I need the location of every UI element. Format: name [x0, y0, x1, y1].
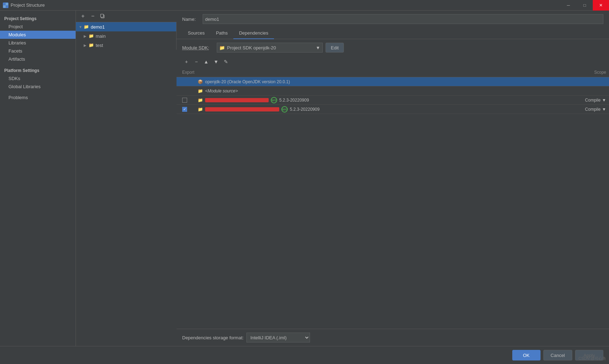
- sdk-dropdown-arrow: ▼: [316, 45, 320, 50]
- sidebar-item-sdks[interactable]: SDKs: [0, 74, 76, 83]
- sdk-value: Project SDK openjdk-20: [227, 45, 276, 50]
- sdk-select-inner: 📁 Project SDK openjdk-20: [219, 45, 316, 50]
- svg-rect-3: [6, 5, 8, 8]
- dep-table: Export Scope 📦 openjdk-20 (Oracle OpenJD…: [177, 67, 609, 329]
- sdk-label: Module SDK:: [182, 45, 214, 50]
- dep-scope-3: Compile: [585, 98, 601, 103]
- add-module-button[interactable]: +: [79, 12, 87, 20]
- storage-row: Dependencies storage format: IntelliJ ID…: [177, 329, 609, 346]
- app-icon: [3, 2, 8, 8]
- dep-row-lib-poi-src[interactable]: ✓ 📁 src 5.2.3-20220909 Compile ▼: [177, 105, 609, 114]
- src-badge-3: src: [271, 97, 277, 103]
- sidebar-item-modules[interactable]: Modules: [0, 31, 76, 39]
- scope-dropdown-3[interactable]: ▼: [602, 98, 606, 103]
- dep-name-col-3: 📁 src 5.2.3-20220909: [198, 97, 567, 103]
- main-container: Project Settings Project Modules Librari…: [0, 11, 609, 364]
- tree-item-main[interactable]: ▶ 📁 main: [76, 31, 176, 41]
- dep-name-col-1: 📦 openjdk-20 (Oracle OpenJDK version 20.…: [198, 79, 567, 84]
- copy-module-button[interactable]: [98, 12, 107, 20]
- sdk-select[interactable]: 📁 Project SDK openjdk-20 ▼: [217, 43, 323, 53]
- dep-checkbox-3[interactable]: [182, 98, 187, 103]
- minimize-button[interactable]: ─: [560, 0, 577, 11]
- tab-sources[interactable]: Sources: [182, 28, 210, 39]
- dep-name-2: <Module source>: [205, 89, 238, 93]
- title-bar-controls: ─ □ ✕: [560, 0, 609, 11]
- folder-icon-demo1: 📁: [84, 24, 89, 29]
- tree-label-demo1: demo1: [91, 24, 105, 30]
- sidebar: Project Settings Project Modules Librari…: [0, 11, 76, 346]
- ok-button[interactable]: OK: [512, 350, 541, 360]
- svg-rect-5: [101, 14, 103, 17]
- dep-row-module-source[interactable]: 📁 <Module source>: [177, 86, 609, 96]
- dep-remove-button[interactable]: −: [192, 57, 201, 66]
- scope-dropdown-4[interactable]: ▼: [602, 107, 606, 112]
- tab-paths[interactable]: Paths: [210, 28, 233, 39]
- sidebar-global-libraries-label: Global Libraries: [8, 84, 41, 89]
- sidebar-divider: [0, 63, 76, 66]
- dep-export-col-4[interactable]: ✓: [177, 107, 198, 112]
- sidebar-facets-label: Facets: [8, 48, 22, 54]
- expand-arrow-main: ▶: [84, 34, 89, 38]
- dep-edit-button[interactable]: ✎: [222, 57, 230, 66]
- cancel-button[interactable]: Cancel: [543, 350, 572, 360]
- module-tree-toolbar: + −: [76, 11, 177, 22]
- folder-icon-main: 📁: [89, 34, 94, 38]
- tab-sources-label: Sources: [188, 30, 205, 36]
- dep-redacted-4: [205, 107, 279, 111]
- tree-item-test[interactable]: ▶ 📁 test: [76, 41, 176, 50]
- jar-icon-3: 📁: [198, 98, 203, 103]
- dep-export-col-3[interactable]: [177, 98, 198, 103]
- tab-dependencies[interactable]: Dependencies: [233, 28, 274, 39]
- dep-checkbox-4[interactable]: ✓: [182, 107, 187, 112]
- sdk-row: Module SDK: 📁 Project SDK openjdk-20 ▼ E…: [177, 39, 609, 56]
- tree-label-test: test: [96, 43, 103, 48]
- watermark: CSDN @可心鱼: [579, 356, 606, 361]
- storage-select[interactable]: IntelliJ IDEA (.iml) Eclipse (.classpath…: [246, 333, 310, 342]
- jar-icon-4: 📁: [198, 107, 203, 112]
- name-input[interactable]: [203, 14, 603, 24]
- sidebar-artifacts-label: Artifacts: [8, 56, 25, 62]
- dep-move-down-button[interactable]: ▼: [212, 57, 220, 66]
- module-source-icon: 📁: [198, 89, 203, 93]
- sidebar-item-libraries[interactable]: Libraries: [0, 39, 76, 47]
- dep-header-export: Export: [177, 70, 198, 75]
- tree-item-demo1[interactable]: ▼ 📁 demo1: [76, 22, 176, 31]
- close-button[interactable]: ✕: [593, 0, 609, 11]
- dep-scope-col-4: Compile ▼: [567, 107, 609, 112]
- dep-name-col-2: 📁 <Module source>: [198, 89, 567, 93]
- dep-table-header: Export Scope: [177, 67, 609, 77]
- maximize-button[interactable]: □: [577, 0, 593, 11]
- dep-name-suffix-3: src: [271, 97, 277, 103]
- sdk-edit-button[interactable]: Edit: [326, 43, 344, 53]
- sidebar-divider-2: [0, 91, 76, 93]
- sidebar-sdks-label: SDKs: [8, 76, 20, 81]
- expand-arrow-test: ▶: [84, 43, 89, 47]
- sidebar-item-problems[interactable]: Problems: [0, 93, 76, 102]
- dep-toolbar: + − ▲ ▼ ✎: [177, 56, 609, 67]
- dep-add-button[interactable]: +: [182, 57, 191, 66]
- remove-module-button[interactable]: −: [89, 12, 97, 20]
- sidebar-item-global-libraries[interactable]: Global Libraries: [0, 83, 76, 91]
- dep-move-up-button[interactable]: ▲: [202, 57, 210, 66]
- dialog-footer: OK Cancel Apply: [0, 346, 609, 364]
- sidebar-item-facets[interactable]: Facets: [0, 47, 76, 55]
- sidebar-item-artifacts[interactable]: Artifacts: [0, 55, 76, 63]
- module-tree-section: + − ▼ 📁 demo1 ▶: [76, 11, 177, 346]
- sdk-folder-icon: 📁: [219, 45, 225, 50]
- dep-header-scope: Scope: [567, 70, 609, 75]
- module-tree: ▼ 📁 demo1 ▶ 📁 main ▶ 📁 test: [76, 22, 177, 50]
- sidebar-problems-label: Problems: [8, 95, 28, 100]
- sidebar-item-project[interactable]: Project: [0, 23, 76, 31]
- svg-rect-0: [3, 3, 6, 5]
- svg-rect-2: [3, 5, 6, 8]
- dep-row-openjdk[interactable]: 📦 openjdk-20 (Oracle OpenJDK version 20.…: [177, 77, 609, 86]
- sidebar-project-label: Project: [8, 24, 23, 29]
- src-badge-4: src: [281, 106, 288, 113]
- dep-name-1: openjdk-20 (Oracle OpenJDK version 20.0.…: [205, 79, 290, 84]
- project-settings-label: Project Settings: [0, 14, 76, 23]
- tabs-bar: Sources Paths Dependencies: [177, 28, 609, 39]
- dep-redacted-3: [205, 98, 269, 102]
- name-label: Name:: [182, 17, 200, 22]
- dep-row-poi-src[interactable]: 📁 src 5.2.3-20220909 Compile ▼: [177, 96, 609, 105]
- name-row: Name:: [177, 11, 609, 28]
